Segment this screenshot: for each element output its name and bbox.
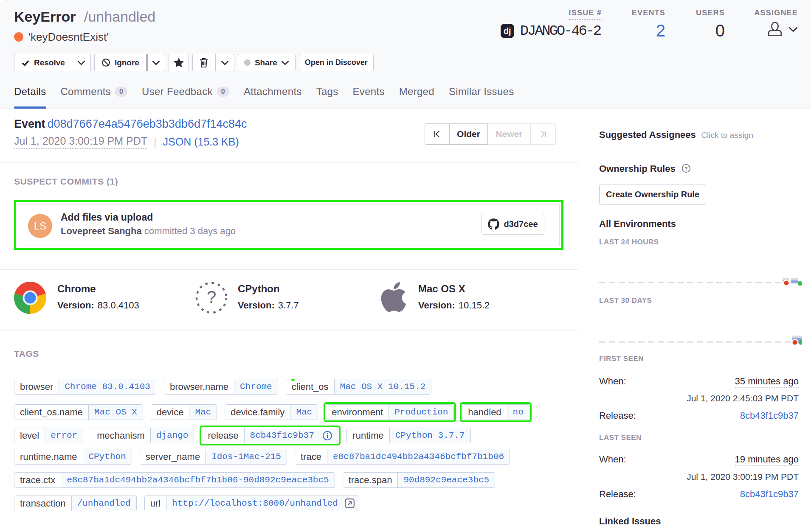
svg-text:?: ? (685, 166, 688, 172)
